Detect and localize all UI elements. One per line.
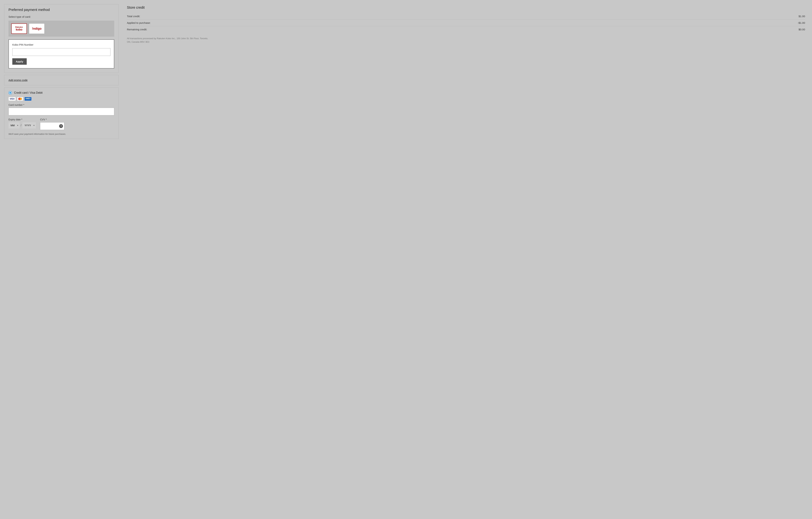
month-select[interactable]: MM 010203 040506 070809 101112 <box>8 122 20 129</box>
cvv-label: CVV * <box>40 118 64 121</box>
credit-card-label: Credit card / Visa Debit <box>14 91 42 94</box>
card-number-input[interactable] <box>8 108 114 115</box>
applied-credit-value: -$1.00 <box>798 21 805 24</box>
card-options-container: Rakuten kobo !ndigo <box>8 21 114 36</box>
promo-section: Add promo code <box>4 75 119 85</box>
expiry-label: Expiry date * <box>8 118 36 121</box>
expiry-group: Expiry date * MM 010203 040506 070809 10… <box>8 118 36 129</box>
left-panel: Preferred payment method Select type of … <box>4 4 119 515</box>
rakuten-text: Rakuten <box>15 26 23 28</box>
kobo-text: kobo <box>16 28 22 31</box>
transactions-note: All transactions processed by Rakuten Ko… <box>127 37 210 44</box>
radio-selected-indicator <box>9 92 11 94</box>
right-panel: Store credit Total credit: $1.00 Applied… <box>124 4 808 515</box>
total-credit-label: Total credit: <box>127 15 140 18</box>
mastercard-icon <box>17 97 23 101</box>
credit-row-total: Total credit: $1.00 <box>127 13 805 20</box>
mc-right-circle <box>20 98 22 100</box>
year-select-wrapper: YYYY 202420252026 202720282029 2030 <box>22 122 36 129</box>
preferred-payment-section: Preferred payment method Select type of … <box>4 4 119 73</box>
applied-credit-label: Applied to purchase: <box>127 21 151 24</box>
indigo-card-option[interactable]: !ndigo <box>29 23 45 34</box>
year-select[interactable]: YYYY 202420252026 202720282029 2030 <box>22 122 36 129</box>
month-select-wrapper: MM 010203 040506 070809 101112 <box>8 122 20 129</box>
add-promo-code-link[interactable]: Add promo code <box>8 79 28 82</box>
date-selects: MM 010203 040506 070809 101112 / YYYY <box>8 122 36 129</box>
credit-row-remaining: Remaining credit: $0.00 <box>127 26 805 33</box>
payment-option-row: Credit card / Visa Debit <box>8 91 114 94</box>
cvv-group: CVV * ? <box>40 118 64 130</box>
apply-button[interactable]: Apply <box>12 58 27 65</box>
amex-icon: AMEX <box>24 97 32 101</box>
pin-section: Kobo PIN Number Apply <box>8 39 114 69</box>
kobo-logo: Rakuten kobo <box>15 26 23 31</box>
save-info-text: We'll save your payment information for … <box>8 133 114 135</box>
credit-card-radio[interactable] <box>8 91 12 94</box>
credit-row-applied: Applied to purchase: -$1.00 <box>127 20 805 26</box>
remaining-credit-value: $0.00 <box>799 28 805 31</box>
date-slash: / <box>21 124 21 127</box>
indigo-text: !ndigo <box>32 27 41 30</box>
card-number-label: Card number * <box>8 104 114 106</box>
page-title: Preferred payment method <box>8 8 114 12</box>
indigo-logo: !ndigo <box>32 27 41 30</box>
pin-input[interactable] <box>12 48 110 56</box>
visa-icon: VISA <box>8 97 16 101</box>
cvv-input-wrapper: ? <box>40 122 64 130</box>
total-credit-value: $1.00 <box>799 15 805 18</box>
expiry-cvv-row: Expiry date * MM 010203 040506 070809 10… <box>8 118 114 130</box>
remaining-credit-label: Remaining credit: <box>127 28 147 31</box>
store-credit-title: Store credit <box>127 5 805 9</box>
pin-label: Kobo PIN Number <box>12 43 110 46</box>
kobo-card-option[interactable]: Rakuten kobo <box>11 23 27 34</box>
card-icons-row: VISA AMEX <box>8 97 114 101</box>
select-card-label: Select type of card: <box>8 15 114 18</box>
credit-card-section: Credit card / Visa Debit VISA AMEX Card … <box>4 87 119 139</box>
